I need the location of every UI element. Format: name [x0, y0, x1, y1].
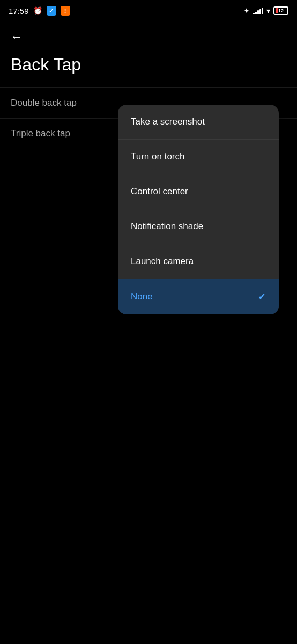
time-display: 17:59: [9, 6, 29, 16]
back-arrow-icon[interactable]: ←: [11, 30, 23, 43]
battery-wrapper: 12: [273, 6, 288, 15]
checkmark-icon: ✓: [258, 291, 266, 303]
status-bar: 17:59 ⏰ ✓ ! ✦ ▾ 12: [0, 0, 297, 21]
dropdown-item-take-screenshot[interactable]: Take a screenshot: [118, 105, 279, 140]
alarm-icon: ⏰: [33, 6, 42, 15]
signal-bar-3: [257, 10, 259, 14]
launch-camera-label: Launch camera: [131, 256, 194, 267]
dropdown-menu: Take a screenshot Turn on torch Control …: [118, 105, 279, 314]
notification-icon-orange: !: [61, 6, 70, 16]
triple-back-tap-label: Triple back tap: [11, 128, 70, 138]
turn-on-torch-label: Turn on torch: [131, 151, 184, 162]
control-center-label: Control center: [131, 186, 188, 197]
double-back-tap-label: Double back tap: [11, 98, 77, 108]
dropdown-item-notification-shade[interactable]: Notification shade: [118, 209, 279, 244]
wifi-icon: ▾: [266, 6, 270, 15]
dropdown-item-control-center[interactable]: Control center: [118, 174, 279, 209]
signal-bar-1: [253, 13, 255, 14]
dropdown-item-none[interactable]: None ✓: [118, 279, 279, 314]
notification-shade-label: Notification shade: [131, 221, 203, 232]
signal-bars: [253, 7, 263, 14]
signal-bar-2: [255, 12, 257, 14]
bluetooth-icon: ✦: [243, 6, 250, 15]
page-title: Back Tap: [0, 50, 297, 85]
battery-icon: 12: [273, 6, 288, 15]
battery-level: 12: [274, 8, 287, 13]
signal-bar-5: [262, 8, 263, 14]
take-screenshot-label: Take a screenshot: [131, 116, 205, 127]
notification-icon-blue: ✓: [47, 6, 56, 16]
status-right: ✦ ▾ 12: [243, 6, 288, 15]
dropdown-item-launch-camera[interactable]: Launch camera: [118, 244, 279, 279]
signal-bar-4: [259, 9, 261, 14]
back-button-row[interactable]: ←: [0, 24, 297, 50]
none-label: None: [131, 291, 153, 302]
status-left: 17:59 ⏰ ✓ !: [9, 6, 70, 16]
dropdown-item-turn-on-torch[interactable]: Turn on torch: [118, 140, 279, 174]
